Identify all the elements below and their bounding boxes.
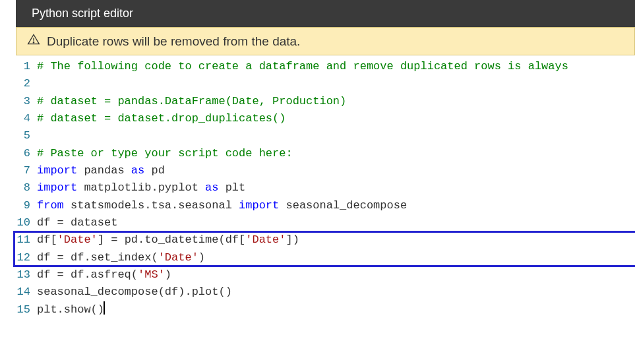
line-number: 15 <box>13 301 37 318</box>
warning-bar: Duplicate rows will be removed from the … <box>16 27 635 55</box>
code-content[interactable]: plt.show() <box>37 301 635 318</box>
code-content[interactable]: df = dataset <box>37 214 635 231</box>
code-content[interactable]: df = df.set_index('Date') <box>37 249 635 266</box>
code-content[interactable]: from statsmodels.tsa.seasonal import sea… <box>37 197 635 214</box>
code-line[interactable]: 4# dataset = dataset.drop_duplicates() <box>13 110 635 127</box>
code-line[interactable]: 14seasonal_decompose(df).plot() <box>13 284 635 301</box>
code-content[interactable]: seasonal_decompose(df).plot() <box>37 284 635 301</box>
app-root: Python script editor Duplicate rows will… <box>0 0 635 364</box>
code-content[interactable]: df = df.asfreq('MS') <box>37 266 635 284</box>
warning-text: Duplicate rows will be removed from the … <box>47 34 300 49</box>
code-line[interactable]: 15plt.show() <box>13 301 635 318</box>
code-line[interactable]: 2 <box>13 75 635 92</box>
line-number: 6 <box>13 145 37 162</box>
line-number: 4 <box>13 110 37 127</box>
code-line[interactable]: 7import pandas as pd <box>13 162 635 179</box>
line-number: 3 <box>13 93 37 110</box>
code-content[interactable]: # dataset = pandas.DataFrame(Date, Produ… <box>37 93 635 110</box>
svg-point-1 <box>33 42 34 43</box>
code-line[interactable]: 6# Paste or type your script code here: <box>13 145 635 162</box>
code-line[interactable]: 9from statsmodels.tsa.seasonal import se… <box>13 197 635 214</box>
line-number: 7 <box>13 162 37 179</box>
line-number: 5 <box>13 127 37 144</box>
line-number: 9 <box>13 197 37 214</box>
editor-header: Python script editor <box>16 0 635 27</box>
line-number: 8 <box>13 179 37 197</box>
code-line[interactable]: 5 <box>13 127 635 144</box>
code-content[interactable]: # Paste or type your script code here: <box>37 145 635 162</box>
code-line[interactable]: 3# dataset = pandas.DataFrame(Date, Prod… <box>13 93 635 110</box>
code-line[interactable]: 12df = df.set_index('Date') <box>13 249 635 266</box>
code-line[interactable]: 8import matplotlib.pyplot as plt <box>13 179 635 197</box>
line-number: 14 <box>13 284 37 301</box>
warning-icon <box>27 33 40 49</box>
line-number: 13 <box>13 266 37 284</box>
line-number: 1 <box>13 58 37 75</box>
line-number: 10 <box>13 214 37 231</box>
line-number: 12 <box>13 249 37 266</box>
code-content[interactable]: import matplotlib.pyplot as plt <box>37 179 635 197</box>
text-cursor <box>104 301 105 315</box>
line-number: 2 <box>13 75 37 92</box>
code-line[interactable]: 11df['Date'] = pd.to_datetime(df['Date']… <box>13 231 635 249</box>
code-line[interactable]: 1# The following code to create a datafr… <box>13 58 635 75</box>
code-content[interactable]: df['Date'] = pd.to_datetime(df['Date']) <box>37 231 635 249</box>
code-editor[interactable]: 1# The following code to create a datafr… <box>13 55 635 318</box>
code-content[interactable]: import pandas as pd <box>37 162 635 179</box>
code-content[interactable]: # The following code to create a datafra… <box>37 58 635 75</box>
code-line[interactable]: 13df = df.asfreq('MS') <box>13 266 635 284</box>
line-number: 11 <box>13 231 37 249</box>
editor-title: Python script editor <box>32 7 133 20</box>
code-content[interactable]: # dataset = dataset.drop_duplicates() <box>37 110 635 127</box>
code-line[interactable]: 10df = dataset <box>13 214 635 231</box>
